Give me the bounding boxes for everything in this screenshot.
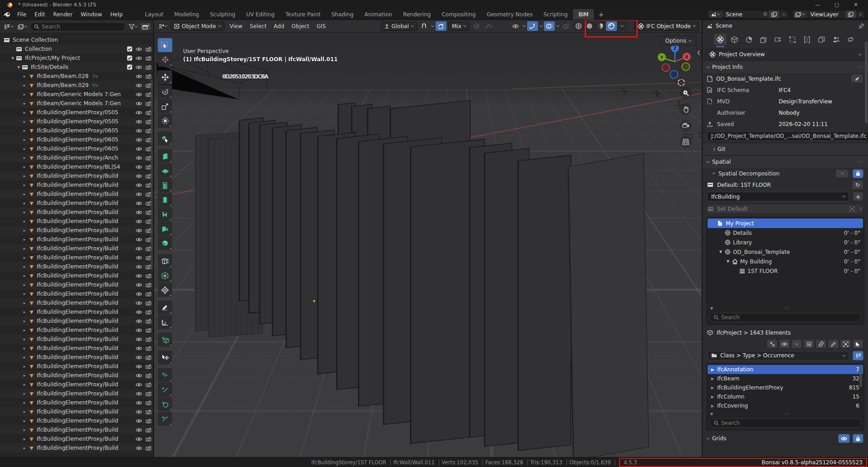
tool-select-box-button[interactable] — [158, 38, 172, 52]
hide-eye-icon[interactable] — [136, 74, 142, 79]
viewport-editor-type-button[interactable] — [157, 23, 169, 30]
gizmos-toggle-button[interactable] — [527, 21, 538, 31]
expand-icon[interactable]: ▸ — [21, 391, 28, 396]
viewlayer-delete-button[interactable]: × — [856, 11, 865, 18]
outliner-editor-type-button[interactable] — [3, 23, 15, 30]
outliner-object-row[interactable]: ▸▼IfcBuildingElementProxy/Build — [0, 362, 153, 371]
hide-eye-icon[interactable] — [136, 273, 142, 278]
hide-eye-icon[interactable] — [136, 110, 142, 115]
class-list-scrollbar[interactable] — [859, 366, 862, 387]
menu-edit[interactable]: Edit — [30, 10, 49, 19]
outliner-collection-row[interactable]: Scene Collection — [0, 35, 153, 44]
outliner-object-row[interactable]: ▸▼IfcBuildingElementProxy/0605 — [0, 126, 153, 135]
wall-panel[interactable] — [518, 155, 571, 451]
outliner-item-label[interactable]: IfcBuildingElementProxy/Build — [37, 200, 118, 206]
expand-icon[interactable]: ▸ — [21, 255, 28, 260]
snap-target-button[interactable] — [436, 21, 446, 31]
minimize-button[interactable]: — — [808, 0, 827, 9]
tool-bim-select-button[interactable] — [158, 131, 172, 146]
outliner-object-row[interactable]: ▸▼IfcBuildingElementProxy/0605 — [0, 144, 153, 153]
shading-caret[interactable] — [617, 21, 628, 31]
disable-render-icon[interactable] — [145, 391, 151, 396]
spatial-item-label[interactable]: 1ST FLOOR — [747, 268, 778, 274]
hide-eye-icon[interactable] — [136, 364, 142, 369]
elements-edit-button[interactable] — [828, 339, 839, 349]
outliner-object-row[interactable]: ▸▼IfcBuildingElementProxy/Build — [0, 416, 153, 425]
outliner-object-row[interactable]: ▸▼IfcBuildingElementProxy/Build — [0, 171, 153, 180]
panel-grip[interactable]: ∷∷ — [858, 160, 863, 164]
outliner-scrollbar[interactable] — [150, 79, 153, 269]
outliner-item-label[interactable]: IfcBuildingElementProxy/0605 — [37, 146, 118, 152]
disable-render-icon[interactable] — [145, 328, 151, 333]
expand-icon[interactable]: ▸ — [21, 319, 28, 323]
outliner-item-label[interactable]: IfcBuildingElementProxy/Build — [37, 336, 118, 342]
workspace-tab-animation[interactable]: Animation — [359, 9, 398, 19]
disable-render-icon[interactable] — [145, 74, 151, 79]
hide-eye-icon[interactable] — [136, 47, 142, 52]
expand-icon[interactable]: ▸ — [21, 346, 28, 350]
outliner-object-row[interactable]: ▸▼IfcBuildingElementProxy/Build — [0, 307, 153, 316]
overlays-caret[interactable] — [556, 24, 559, 27]
outliner-item-label[interactable]: IfcBuildingElementProxy/0605 — [37, 136, 118, 143]
outliner-collection-row[interactable]: ▼IfcProject/My Project — [0, 54, 153, 63]
class-search-input[interactable]: Search — [709, 418, 861, 428]
hide-eye-icon[interactable] — [136, 409, 142, 414]
tool-add-cube-button[interactable]: + — [158, 333, 172, 347]
outliner-object-row[interactable]: ▸▼IfcBuildingElementProxy/Build — [0, 180, 153, 190]
hide-eye-icon[interactable] — [136, 65, 142, 70]
hide-eye-icon[interactable] — [136, 264, 142, 269]
disable-render-icon[interactable] — [145, 418, 151, 423]
outliner-item-label[interactable]: IfcBuildingElementProxy/Build — [37, 354, 118, 360]
viewport-menu-gis[interactable]: GIS — [313, 22, 329, 31]
menu-window[interactable]: Window — [77, 10, 106, 19]
options-dropdown[interactable]: Options — [660, 36, 696, 46]
hide-eye-icon[interactable] — [136, 418, 142, 423]
hide-eye-icon[interactable] — [136, 56, 142, 61]
hide-eye-icon[interactable] — [136, 446, 142, 451]
expand-icon[interactable]: ▸ — [21, 328, 28, 332]
mode-dropdown[interactable]: Object Mode — [170, 22, 224, 31]
outliner-item-label[interactable]: IfcBuildingElementProxy/BL|S4 — [37, 164, 120, 170]
disable-render-icon[interactable] — [145, 446, 151, 451]
spatial-tree-row[interactable]: 1ST FLOOR0' - 0" — [708, 266, 863, 276]
outliner-item-label[interactable]: IfcBuildingElementProxy/Anch — [37, 155, 118, 161]
snap-magnet-button[interactable] — [419, 21, 430, 31]
properties-tab-cube-icon[interactable] — [728, 34, 741, 45]
exclude-checkbox[interactable] — [127, 64, 132, 70]
outliner-search-input[interactable]: Search — [30, 22, 126, 31]
shading-solid-button[interactable] — [584, 21, 595, 31]
outliner-object-row[interactable]: ▸▼IfcBuildingElementProxy/Build — [0, 326, 153, 335]
expand-icon[interactable]: ▸ — [21, 92, 28, 97]
outliner-item-label[interactable]: IfcProject/My Project — [25, 55, 80, 61]
spatial-class-dropdown[interactable]: IfcBuilding — [707, 192, 849, 201]
tool-measure-button[interactable] — [158, 315, 172, 329]
expand-icon[interactable]: ▸ — [21, 156, 28, 160]
disable-render-icon[interactable] — [145, 282, 151, 287]
class-label[interactable]: IfcCovering — [717, 403, 748, 409]
outliner-object-row[interactable]: ▸▼IfcBeam/Generic Models 7:Gen — [0, 90, 153, 99]
elements-shrink-button[interactable] — [766, 339, 778, 349]
expand-icon[interactable]: ▸ — [21, 192, 28, 196]
tool-hex-cube-button[interactable] — [158, 268, 172, 282]
outliner-sync-toggle[interactable] — [853, 351, 863, 360]
close-button[interactable]: ✕ — [846, 0, 865, 9]
expand-icon[interactable]: ▸ — [21, 74, 28, 78]
hide-eye-icon[interactable] — [136, 101, 142, 106]
hide-eye-icon[interactable] — [136, 337, 142, 342]
outliner-object-row[interactable]: ▸▼IfcBuildingElementProxy/Build — [0, 344, 153, 353]
spatial-tree-row[interactable]: Library0' - 0" — [708, 238, 863, 247]
panel-grip[interactable]: ∷∷ — [858, 65, 863, 69]
spatial-tree-row[interactable]: ▼OD_Bonsai_Template0' - 0" — [708, 247, 863, 257]
workspace-tab-uv-editing[interactable]: UV Editing — [241, 9, 280, 19]
expand-icon[interactable]: ▸ — [21, 165, 28, 169]
expand-icon[interactable]: ▸ — [21, 237, 28, 242]
expand-icon[interactable]: ▸ — [21, 355, 28, 360]
outliner-object-row[interactable]: ▸▼IfcBuildingElementProxy/Build — [0, 434, 153, 443]
proportional-edit-button[interactable] — [471, 21, 482, 31]
expand-icon[interactable]: ▸ — [21, 228, 28, 233]
outliner-item-label[interactable]: IfcBuildingElementProxy/Build — [37, 263, 118, 270]
elements-eye-button[interactable] — [779, 339, 790, 349]
hide-eye-icon[interactable] — [136, 137, 142, 142]
outliner-object-row[interactable]: ▸▼IfcBuildingElementProxy/Build — [0, 335, 153, 344]
outliner-item-label[interactable]: IfcBuildingElementProxy/Build — [37, 345, 118, 351]
